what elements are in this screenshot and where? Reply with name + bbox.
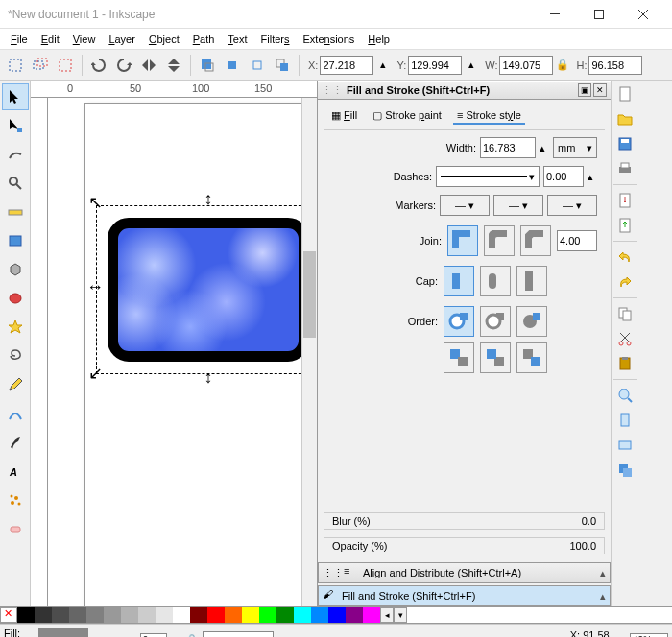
lock-icon[interactable]: 🔒 <box>555 58 570 73</box>
color-swatch[interactable] <box>104 607 121 623</box>
color-swatch[interactable] <box>17 607 35 623</box>
text-tool[interactable]: A <box>2 458 29 484</box>
color-swatch[interactable] <box>363 607 380 623</box>
order-3-button[interactable] <box>516 306 547 337</box>
color-swatch[interactable] <box>259 607 276 623</box>
minimize-button[interactable] <box>534 1 576 28</box>
select-all-icon[interactable] <box>4 54 27 77</box>
handle-w[interactable]: ↔ <box>86 282 100 295</box>
opacity-row[interactable]: Opacity (%) 100.0 <box>324 537 605 554</box>
duplicate-icon[interactable] <box>613 459 636 482</box>
eraser-tool[interactable] <box>2 515 29 542</box>
cap-square-button[interactable] <box>516 266 547 296</box>
handle-sw[interactable]: ↙ <box>88 368 102 382</box>
flip-v-icon[interactable] <box>162 54 185 77</box>
color-swatch[interactable] <box>121 607 138 623</box>
marker-mid-select[interactable]: — ▾ <box>493 195 543 216</box>
calligraphy-tool[interactable] <box>2 429 29 456</box>
order-4-button[interactable] <box>444 342 474 373</box>
marker-end-select[interactable]: — ▾ <box>547 195 597 216</box>
ellipse-tool[interactable] <box>2 285 29 312</box>
selected-rectangle[interactable] <box>108 218 309 362</box>
spinner-icon[interactable]: ▴ <box>540 142 549 154</box>
bezier-tool[interactable] <box>2 400 29 427</box>
export-icon[interactable] <box>613 214 636 237</box>
maximize-button[interactable] <box>578 1 620 28</box>
spin-icon[interactable]: ▴ <box>464 58 479 73</box>
menu-object[interactable]: Object <box>142 32 186 47</box>
measure-tool[interactable] <box>2 199 29 225</box>
fill-swatch[interactable] <box>38 628 88 638</box>
tab-stroke-style[interactable]: ≡ Stroke style <box>453 107 525 125</box>
handle-n[interactable]: ↕ <box>202 194 215 207</box>
rotate-ccw-icon[interactable] <box>87 54 110 77</box>
color-swatch[interactable] <box>346 607 363 623</box>
spin-icon[interactable]: ▴ <box>375 58 391 73</box>
color-swatch[interactable] <box>69 607 86 623</box>
color-swatch[interactable] <box>86 607 104 623</box>
select-all-layers-icon[interactable] <box>29 54 52 77</box>
order-1-button[interactable] <box>444 306 474 337</box>
cap-butt-button[interactable] <box>444 266 474 296</box>
raise-icon[interactable] <box>221 54 244 77</box>
order-5-button[interactable] <box>480 342 511 373</box>
zoom-page-icon[interactable] <box>613 409 636 432</box>
rectangle-tool[interactable] <box>2 227 29 254</box>
tab-fill[interactable]: ▦ Fill <box>327 107 361 125</box>
undo-icon[interactable] <box>613 246 636 269</box>
menu-help[interactable]: Help <box>361 32 396 47</box>
star-tool[interactable] <box>2 314 29 341</box>
dash-offset-input[interactable] <box>543 166 584 187</box>
no-color-swatch[interactable] <box>0 607 17 623</box>
order-2-button[interactable] <box>480 306 511 337</box>
menu-view[interactable]: View <box>66 32 103 47</box>
handle-s[interactable]: ↕ <box>202 372 215 386</box>
x-input[interactable] <box>320 56 373 75</box>
color-swatch[interactable] <box>311 607 328 623</box>
spiral-tool[interactable] <box>2 342 29 369</box>
color-swatch[interactable] <box>52 607 69 623</box>
open-icon[interactable] <box>613 107 636 130</box>
panel-minimize-icon[interactable]: ▣ <box>578 83 591 97</box>
color-swatch[interactable] <box>156 607 173 623</box>
color-swatch[interactable] <box>173 607 190 623</box>
redo-icon[interactable] <box>613 271 636 294</box>
opacity-status-input[interactable] <box>140 633 167 638</box>
align-distribute-panel-collapsed[interactable]: ⋮⋮ ≡ Align and Distribute (Shift+Ctrl+A)… <box>318 562 611 583</box>
order-6-button[interactable] <box>516 342 547 373</box>
dash-pattern-select[interactable]: ▾ <box>436 166 540 187</box>
menu-text[interactable]: Text <box>221 32 253 47</box>
fill-stroke-panel-collapsed[interactable]: 🖌 Fill and Stroke (Shift+Ctrl+F) ▴ <box>318 585 611 606</box>
color-swatch[interactable] <box>294 607 311 623</box>
stroke-width-input[interactable] <box>480 137 536 158</box>
3dbox-tool[interactable] <box>2 256 29 283</box>
menu-layer[interactable]: Layer <box>102 32 142 47</box>
selector-tool[interactable] <box>2 83 29 110</box>
menu-edit[interactable]: Edit <box>35 32 66 47</box>
color-swatch[interactable] <box>138 607 156 623</box>
pencil-tool[interactable] <box>2 371 29 398</box>
menu-extensions[interactable]: Extensions <box>297 32 362 47</box>
import-icon[interactable] <box>613 189 636 212</box>
vertical-scrollbar[interactable] <box>301 98 317 606</box>
color-swatch[interactable] <box>328 607 346 623</box>
zoom-drawing-icon[interactable] <box>613 434 636 457</box>
menu-file[interactable]: File <box>4 32 35 47</box>
deselect-icon[interactable] <box>54 54 77 77</box>
panel-close-icon[interactable]: ✕ <box>593 83 607 97</box>
copy-icon[interactable] <box>613 302 636 325</box>
canvas[interactable]: ↖ ↕ ↗ ↔ ↔ ↙ ↕ ↘ <box>48 98 317 606</box>
color-swatch[interactable] <box>207 607 225 623</box>
cut-icon[interactable] <box>613 327 636 350</box>
join-round-button[interactable] <box>484 225 515 256</box>
zoom-fit-icon[interactable] <box>613 384 636 407</box>
menu-filters[interactable]: Filters <box>254 32 297 47</box>
zoom-input[interactable] <box>630 633 668 638</box>
color-swatch[interactable] <box>35 607 52 623</box>
tweak-tool[interactable] <box>2 141 29 168</box>
panel-header[interactable]: ⋮⋮ Fill and Stroke (Shift+Ctrl+F) ▣ ✕ <box>318 81 611 100</box>
paste-icon[interactable] <box>613 352 636 375</box>
zoom-tool[interactable] <box>2 170 29 197</box>
unit-select[interactable]: mm▾ <box>553 137 597 158</box>
y-input[interactable] <box>408 56 462 75</box>
